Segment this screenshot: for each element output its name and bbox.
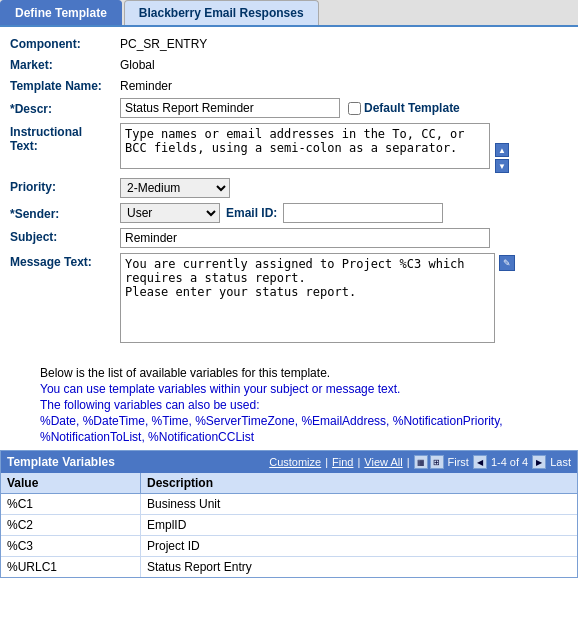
first-label[interactable]: First [448, 456, 469, 468]
scroll-up-icon[interactable]: ▲ [495, 143, 509, 157]
priority-label: Priority: [10, 178, 120, 194]
nav-icon-grid[interactable]: ⊞ [430, 455, 444, 469]
info-line3: The following variables can also be used… [40, 398, 578, 412]
nav-icons: ▦ ⊞ [414, 455, 444, 469]
descr-label: *Descr: [10, 100, 120, 116]
template-variables-table: Template Variables Customize | Find | Vi… [0, 450, 578, 578]
table-row: %C3 Project ID [1, 536, 577, 557]
last-label[interactable]: Last [550, 456, 571, 468]
cell-desc-1: EmplID [141, 515, 577, 535]
sender-wrap: User System Email ID: [120, 203, 443, 223]
table-title: Template Variables [7, 455, 115, 469]
table-row: %C1 Business Unit [1, 494, 577, 515]
template-name-label: Template Name: [10, 77, 120, 93]
tab-blackberry-email[interactable]: Blackberry Email Responses [124, 0, 319, 25]
subject-input[interactable] [120, 228, 490, 248]
sender-select[interactable]: User System [120, 203, 220, 223]
table-col-headers: Value Description [1, 473, 577, 494]
descr-input[interactable] [120, 98, 340, 118]
col-header-value: Value [1, 473, 141, 493]
market-value: Global [120, 56, 155, 72]
component-label: Component: [10, 35, 120, 51]
table-row: %URLC1 Status Report Entry [1, 557, 577, 577]
instructional-text-input[interactable] [120, 123, 490, 169]
tab-bar: Define Template Blackberry Email Respons… [0, 0, 578, 27]
instructional-text-row: InstructionalText: ▲ ▼ [10, 123, 568, 173]
cell-desc-2: Project ID [141, 536, 577, 556]
cell-value-1: %C2 [1, 515, 141, 535]
message-text-label: Message Text: [10, 253, 120, 269]
main-content: Component: PC_SR_ENTRY Market: Global Te… [0, 27, 578, 356]
message-text-input[interactable] [120, 253, 495, 343]
sender-label: *Sender: [10, 205, 120, 221]
scroll-down-icon[interactable]: ▼ [495, 159, 509, 173]
template-name-row: Template Name: Reminder [10, 77, 568, 93]
descr-input-wrap: Default Template [120, 98, 568, 118]
instructional-text-wrap: ▲ ▼ [120, 123, 510, 173]
subject-label: Subject: [10, 228, 120, 244]
component-value: PC_SR_ENTRY [120, 35, 207, 51]
cell-desc-0: Business Unit [141, 494, 577, 514]
info-variables: %Date, %DateTime, %Time, %ServerTimeZone… [40, 414, 578, 428]
default-template-label: Default Template [364, 101, 460, 115]
nav-icon-spreadsheet[interactable]: ▦ [414, 455, 428, 469]
prev-page-icon[interactable]: ◀ [473, 455, 487, 469]
message-wrap: ✎ [120, 253, 515, 343]
component-row: Component: PC_SR_ENTRY [10, 35, 568, 51]
email-id-label: Email ID: [226, 206, 277, 220]
cell-value-3: %URLC1 [1, 557, 141, 577]
customize-link[interactable]: Customize [269, 456, 321, 468]
email-id-input[interactable] [283, 203, 443, 223]
default-template-checkbox[interactable] [348, 102, 361, 115]
table-row: %C2 EmplID [1, 515, 577, 536]
subject-row: Subject: [10, 228, 568, 248]
info-section: Below is the list of available variables… [0, 366, 578, 444]
market-label: Market: [10, 56, 120, 72]
info-line1: Below is the list of available variables… [40, 366, 578, 380]
instructional-scroll-icons: ▲ ▼ [494, 123, 510, 173]
next-page-icon[interactable]: ▶ [532, 455, 546, 469]
find-link[interactable]: Find [332, 456, 353, 468]
view-all-link[interactable]: View All [364, 456, 402, 468]
message-text-row: Message Text: ✎ [10, 253, 568, 343]
table-controls: Customize | Find | View All | ▦ ⊞ First … [269, 455, 571, 469]
cell-value-2: %C3 [1, 536, 141, 556]
default-template-wrap: Default Template [348, 101, 460, 115]
col-header-description: Description [141, 473, 577, 493]
pagination-text: 1-4 of 4 [491, 456, 528, 468]
message-edit-icon[interactable]: ✎ [499, 255, 515, 271]
priority-select[interactable]: 1-High 2-Medium 3-Low [120, 178, 230, 198]
info-variables2: %NotificationToList, %NotificationCCList [40, 430, 578, 444]
table-header: Template Variables Customize | Find | Vi… [1, 451, 577, 473]
priority-row: Priority: 1-High 2-Medium 3-Low [10, 178, 568, 198]
info-line2: You can use template variables within yo… [40, 382, 578, 396]
descr-row: *Descr: Default Template [10, 98, 568, 118]
cell-value-0: %C1 [1, 494, 141, 514]
tab-define-template[interactable]: Define Template [0, 0, 122, 25]
template-name-value: Reminder [120, 77, 172, 93]
instructional-text-label: InstructionalText: [10, 123, 120, 153]
cell-desc-3: Status Report Entry [141, 557, 577, 577]
sender-row: *Sender: User System Email ID: [10, 203, 568, 223]
market-row: Market: Global [10, 56, 568, 72]
